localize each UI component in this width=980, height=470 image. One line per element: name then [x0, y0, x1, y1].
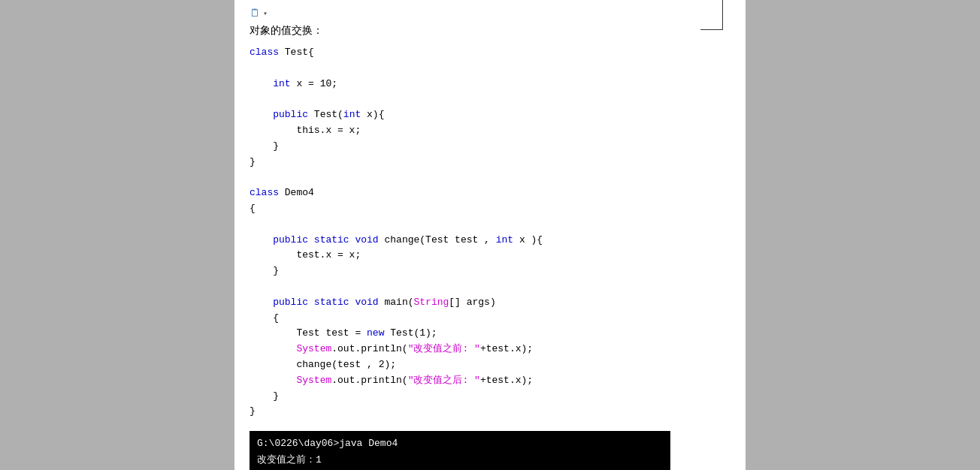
page-container: 🗒 ▾ 对象的值交换： class Test{ int x = 10; publ… [0, 0, 980, 470]
code-block: class Test{ int x = 10; public Test(int … [250, 45, 730, 420]
terminal-command: G:\0226\day06>java Demo4 [257, 435, 663, 452]
section-title: 对象的值交换： [250, 24, 730, 38]
terminal-output: G:\0226\day06>java Demo4 改变值之前：1 改变值之后：2 [250, 431, 670, 470]
content-area: 🗒 ▾ 对象的值交换： class Test{ int x = 10; publ… [234, 0, 746, 470]
toolbar: 🗒 ▾ [250, 8, 730, 20]
dropdown-arrow-icon: ▾ [263, 9, 268, 18]
terminal-line1: 改变值之前：1 [257, 452, 663, 468]
top-line-indicator [700, 0, 723, 30]
file-icon: 🗒 [250, 8, 260, 20]
